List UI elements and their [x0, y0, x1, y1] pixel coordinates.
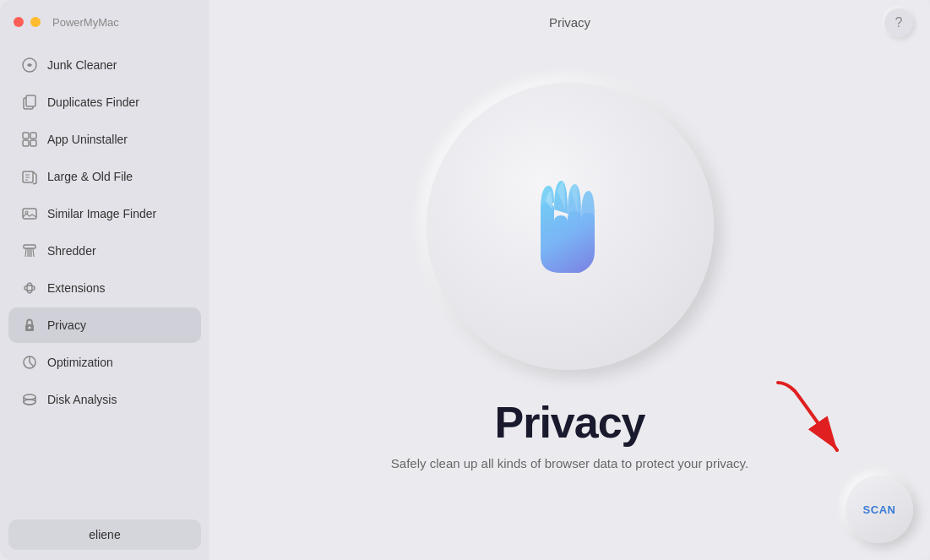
svg-rect-8 [23, 209, 36, 219]
svg-point-15 [24, 400, 35, 405]
sidebar-item-junk-cleaner-label: Junk Cleaner [47, 58, 117, 72]
sidebar-item-extensions-label: Extensions [47, 281, 105, 295]
extensions-icon [20, 279, 39, 297]
content-area: Privacy Safely clean up all kinds of bro… [209, 44, 930, 560]
sidebar-item-privacy[interactable]: Privacy [8, 307, 201, 343]
scan-button[interactable]: SCAN [846, 476, 913, 543]
main-header: Privacy ? [209, 0, 930, 44]
sidebar: PowerMyMac Junk Cleaner [0, 0, 209, 560]
sidebar-item-disk-analysis[interactable]: Disk Analysis [8, 382, 201, 417]
svg-rect-5 [23, 140, 29, 146]
help-button[interactable]: ? [884, 8, 913, 37]
sidebar-item-disk-analysis-label: Disk Analysis [47, 393, 117, 406]
sidebar-item-optimization-label: Optimization [47, 356, 113, 369]
svg-point-12 [29, 327, 31, 329]
similar-image-finder-icon [20, 204, 39, 223]
disk-analysis-icon [20, 390, 39, 409]
sidebar-item-app-uninstaller-label: App Uninstaller [47, 133, 128, 146]
sidebar-item-similar-image-finder-label: Similar Image Finder [47, 207, 156, 220]
privacy-illustration [427, 83, 714, 370]
sidebar-nav: Junk Cleaner Duplicates Finder [0, 44, 209, 509]
user-button[interactable]: eliene [8, 519, 201, 550]
svg-rect-2 [26, 95, 35, 106]
traffic-light-red[interactable] [14, 17, 24, 27]
sidebar-item-large-old-file[interactable]: Large & Old File [8, 159, 201, 194]
app-title: PowerMyMac [52, 16, 119, 29]
privacy-description: Safely clean up all kinds of browser dat… [391, 456, 748, 470]
duplicates-finder-icon [20, 93, 39, 111]
sidebar-item-extensions[interactable]: Extensions [8, 270, 201, 306]
sidebar-item-junk-cleaner[interactable]: Junk Cleaner [8, 47, 201, 83]
sidebar-item-similar-image-finder[interactable]: Similar Image Finder [8, 196, 201, 231]
traffic-light-yellow[interactable] [30, 17, 41, 27]
app-window: PowerMyMac Junk Cleaner [0, 0, 930, 560]
arrow-icon [761, 374, 862, 467]
sidebar-item-optimization[interactable]: Optimization [8, 345, 201, 380]
hand-icon [515, 167, 625, 285]
sidebar-item-app-uninstaller[interactable]: App Uninstaller [8, 122, 201, 157]
large-old-file-icon [20, 167, 39, 186]
sidebar-item-duplicates-finder[interactable]: Duplicates Finder [8, 84, 201, 120]
sidebar-item-large-old-file-label: Large & Old File [47, 170, 133, 183]
sidebar-item-duplicates-finder-label: Duplicates Finder [47, 95, 139, 109]
svg-point-14 [24, 394, 35, 400]
sidebar-item-privacy-label: Privacy [47, 318, 86, 332]
arrow-container [761, 374, 862, 467]
main-content: Privacy ? [209, 0, 930, 560]
titlebar: PowerMyMac [0, 0, 209, 44]
svg-point-9 [25, 211, 28, 214]
sidebar-item-shredder-label: Shredder [47, 244, 96, 258]
sidebar-footer: eliene [0, 509, 209, 560]
junk-cleaner-icon [20, 56, 39, 74]
privacy-title: Privacy [494, 397, 644, 448]
app-uninstaller-icon [20, 130, 39, 149]
svg-rect-3 [23, 133, 29, 139]
svg-rect-10 [24, 245, 35, 248]
shredder-icon [20, 242, 39, 260]
optimization-icon [20, 353, 39, 372]
svg-rect-4 [30, 133, 36, 139]
svg-rect-6 [30, 140, 36, 146]
header-title: Privacy [549, 15, 590, 30]
privacy-icon [20, 316, 39, 334]
sidebar-item-shredder[interactable]: Shredder [8, 233, 201, 269]
